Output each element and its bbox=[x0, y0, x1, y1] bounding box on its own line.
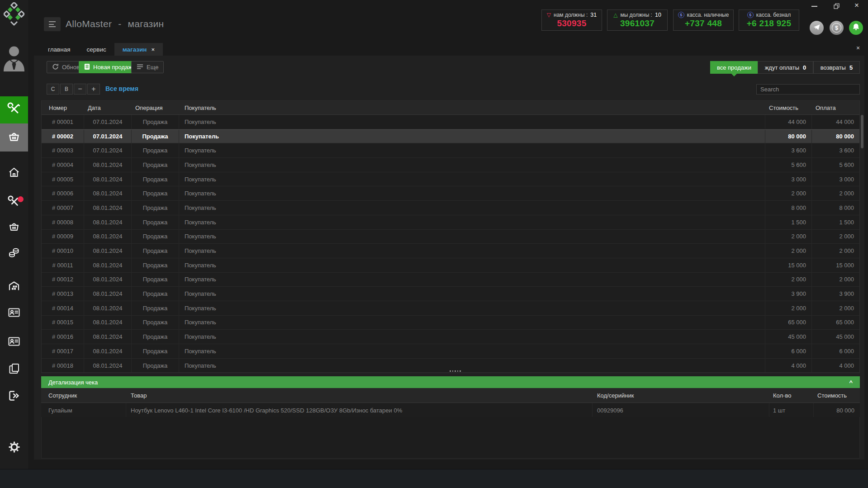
window-restore-button[interactable] bbox=[834, 3, 840, 11]
sidebar-item-home[interactable] bbox=[0, 163, 28, 183]
balance-button[interactable]: $ bbox=[830, 21, 844, 35]
tab-shop[interactable]: магазин × bbox=[114, 43, 163, 56]
warehouse-icon bbox=[8, 280, 20, 294]
basket-icon bbox=[8, 130, 20, 145]
detail-panel-header[interactable]: Детализация чека ^ bbox=[41, 376, 860, 388]
awaiting-count-badge: 0 bbox=[803, 64, 806, 71]
stat-count: 10 bbox=[655, 12, 661, 18]
sidebar-item-sales[interactable] bbox=[0, 218, 28, 237]
cell-operation: Продажа bbox=[132, 316, 179, 330]
search-input[interactable] bbox=[756, 84, 860, 95]
sidebar-item-logout[interactable] bbox=[0, 387, 28, 407]
table-row[interactable]: # 00002 07.01.2024 Продажа Покупатель 80… bbox=[42, 129, 859, 144]
sidebar-item-documents[interactable] bbox=[0, 360, 28, 379]
notification-bell-icon bbox=[852, 23, 860, 33]
tools-icon bbox=[7, 102, 21, 118]
cell-date: 07.01.2024 bbox=[84, 143, 132, 157]
table-row[interactable]: # 00004 08.01.2024 Продажа Покупатель 5 … bbox=[42, 158, 859, 172]
window-minimize-button[interactable] bbox=[811, 6, 817, 7]
detail-row[interactable]: Гулайым Ноутбук Lenovo L460-1 Intel Core… bbox=[41, 403, 860, 418]
date-range-link[interactable]: Все время bbox=[105, 85, 138, 92]
filter-awaiting-payment[interactable]: ждут оплаты0 bbox=[758, 61, 813, 74]
cell-operation: Продажа bbox=[132, 258, 179, 272]
date-minus-button[interactable]: − bbox=[74, 84, 86, 95]
date-to-button[interactable]: В bbox=[60, 84, 73, 95]
cell-operation: Продажа bbox=[132, 186, 179, 200]
table-row[interactable]: # 00003 07.01.2024 Продажа Покупатель 3 … bbox=[42, 143, 859, 158]
cell-cost: 2 000 bbox=[765, 244, 812, 258]
cell-number: # 00008 bbox=[42, 215, 84, 229]
table-row[interactable]: # 00008 08.01.2024 Продажа Покупатель 1 … bbox=[42, 215, 859, 230]
table-row[interactable]: # 00016 08.01.2024 Продажа Покупатель 45… bbox=[42, 330, 859, 344]
cell-buyer: Покупатель bbox=[179, 273, 765, 287]
cell-date: 08.01.2024 bbox=[84, 172, 132, 186]
stat-cashless-register[interactable]: $ касса. безнал +6 218 925 bbox=[739, 9, 799, 31]
sales-table-body: # 00001 07.01.2024 Продажа Покупатель 44… bbox=[42, 115, 859, 373]
telegram-button[interactable] bbox=[810, 21, 824, 35]
cell-buyer: Покупатель bbox=[179, 186, 765, 200]
cell-payment: 2 000 bbox=[812, 230, 859, 244]
filter-all-sales[interactable]: все продажи bbox=[710, 61, 758, 74]
basket-icon-2 bbox=[8, 221, 20, 234]
sidebar-item-shop-basket[interactable] bbox=[0, 123, 28, 152]
table-row[interactable]: # 00014 08.01.2024 Продажа Покупатель 2 … bbox=[42, 301, 859, 316]
cell-buyer: Покупатель bbox=[179, 301, 765, 315]
more-button[interactable]: Еще bbox=[131, 61, 164, 73]
cell-payment: 45 000 bbox=[812, 330, 859, 344]
table-row[interactable]: # 00007 08.01.2024 Продажа Покупатель 8 … bbox=[42, 201, 859, 215]
notifications-button[interactable] bbox=[849, 21, 863, 35]
cell-cost: 80 000 bbox=[765, 130, 812, 143]
sidebar-item-service-tools[interactable] bbox=[0, 96, 28, 123]
tab-service[interactable]: сервис bbox=[78, 43, 114, 56]
tab-home[interactable]: главная bbox=[40, 43, 78, 56]
sidebar-item-employees[interactable] bbox=[0, 332, 28, 352]
cell-cost: 6 000 bbox=[765, 344, 812, 358]
date-from-button[interactable]: С bbox=[47, 84, 59, 95]
table-row[interactable]: # 00012 08.01.2024 Продажа Покупатель 2 … bbox=[42, 273, 859, 287]
cell-payment: 2 000 bbox=[812, 273, 859, 287]
cell-number: # 00002 bbox=[42, 130, 84, 143]
cell-payment: 1 500 bbox=[812, 215, 859, 229]
tab-bar: главная сервис магазин × bbox=[40, 43, 163, 56]
table-scrollbar[interactable] bbox=[861, 115, 863, 148]
cell-operation: Продажа bbox=[132, 301, 179, 315]
table-row[interactable]: # 00015 08.01.2024 Продажа Покупатель 65… bbox=[42, 316, 859, 330]
table-row[interactable]: # 00001 07.01.2024 Продажа Покупатель 44… bbox=[42, 115, 859, 129]
table-row[interactable]: # 00009 08.01.2024 Продажа Покупатель 2 … bbox=[42, 230, 859, 244]
date-plus-button[interactable]: + bbox=[87, 84, 100, 95]
table-row[interactable]: # 00010 08.01.2024 Продажа Покупатель 2 … bbox=[42, 244, 859, 258]
sidebar-item-finance[interactable] bbox=[0, 243, 28, 263]
stat-they-owe-us[interactable]: ▽ нам должны : 31 530935 bbox=[541, 9, 602, 31]
cell-payment: 5 600 bbox=[812, 158, 859, 172]
sidebar-item-clients[interactable] bbox=[0, 303, 28, 323]
splitter-handle[interactable] bbox=[450, 370, 461, 372]
stat-value: +6 218 925 bbox=[739, 19, 799, 28]
table-row[interactable]: # 00013 08.01.2024 Продажа Покупатель 3 … bbox=[42, 287, 859, 301]
cell-number: # 00006 bbox=[42, 186, 84, 200]
user-avatar[interactable] bbox=[2, 44, 26, 73]
column-header-product: Товар bbox=[126, 388, 593, 403]
table-row[interactable]: # 00006 08.01.2024 Продажа Покупатель 2 … bbox=[42, 186, 859, 201]
column-header-cost: Стоимость bbox=[765, 101, 812, 114]
stat-we-owe[interactable]: △ мы должны : 10 3961037 bbox=[607, 9, 668, 31]
collapse-chevron-icon[interactable]: ^ bbox=[849, 379, 853, 386]
cell-cost: 5 600 bbox=[765, 158, 812, 172]
stat-cash-register[interactable]: $ касса. наличные +737 448 bbox=[673, 9, 734, 31]
cell-operation: Продажа bbox=[132, 172, 179, 186]
cell-cost: 15 000 bbox=[765, 258, 812, 272]
cell-operation: Продажа bbox=[132, 215, 179, 229]
sidebar-item-warehouse[interactable] bbox=[0, 277, 28, 297]
cell-operation: Продажа bbox=[132, 244, 179, 258]
table-row[interactable]: # 00005 08.01.2024 Продажа Покупатель 3 … bbox=[42, 172, 859, 187]
cell-operation: Продажа bbox=[132, 230, 179, 244]
sidebar-item-service-alerts[interactable] bbox=[0, 193, 28, 213]
cell-number: # 00010 bbox=[42, 244, 84, 258]
table-row[interactable]: # 00017 08.01.2024 Продажа Покупатель 6 … bbox=[42, 344, 859, 359]
panel-close-icon[interactable]: × bbox=[856, 44, 860, 52]
tab-close-icon[interactable]: × bbox=[151, 46, 155, 53]
sidebar-item-settings[interactable] bbox=[0, 438, 28, 458]
window-close-button[interactable]: × bbox=[854, 1, 859, 10]
filter-returns[interactable]: возвраты5 bbox=[813, 61, 860, 74]
menu-button[interactable] bbox=[44, 17, 61, 31]
table-row[interactable]: # 00011 08.01.2024 Продажа Покупатель 15… bbox=[42, 258, 859, 273]
